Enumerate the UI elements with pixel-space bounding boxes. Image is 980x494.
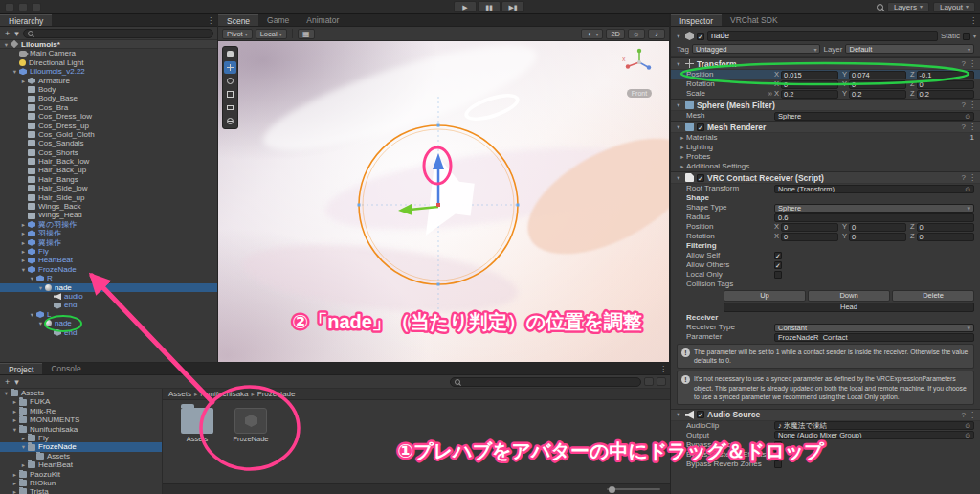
name-field[interactable]: nade (707, 31, 938, 41)
help-icon[interactable]: ? (962, 59, 966, 68)
services-icon[interactable] (32, 3, 41, 11)
expand-arrow-icon[interactable]: ▾ (28, 274, 36, 282)
mesh-renderer-component-header[interactable]: ▾ ✓ Mesh Renderer ? ⋮ (671, 121, 980, 133)
project-tree-item[interactable]: ▸ FUKA (0, 397, 162, 406)
pivot-toggle-button[interactable]: Pivot▾ (222, 29, 253, 39)
scale-link-icon[interactable]: ∞ (766, 89, 774, 99)
help-icon[interactable]: ? (962, 173, 966, 182)
expand-arrow-icon[interactable]: ▸ (19, 220, 28, 229)
project-tree-item[interactable]: ▸ Milk-Re (0, 407, 162, 415)
allow-others-checkbox[interactable]: ✓ (774, 261, 782, 269)
hierarchy-item[interactable]: ▸ 翼の羽操作 (0, 220, 217, 229)
project-tree-item[interactable]: Assets (0, 452, 162, 460)
breadcrumb-item[interactable]: Nunifuchisaka (200, 390, 248, 398)
expand-arrow-icon[interactable]: ▸ (19, 434, 28, 442)
active-checkbox[interactable]: ✓ (697, 33, 704, 40)
hierarchy-item[interactable]: Cos_Bra (0, 103, 217, 112)
hierarchy-item[interactable]: ▾ Liloumois_v2.22 (0, 67, 217, 76)
create-button[interactable]: + (4, 28, 11, 39)
create-button[interactable]: + (4, 376, 11, 388)
contact-position-z-field[interactable]: 0 (917, 223, 974, 232)
hierarchy-item[interactable]: ▸ 羽操作 (0, 229, 217, 237)
kebab-menu-icon[interactable]: ⋮ (969, 411, 976, 419)
contact-receiver-checkbox[interactable]: ✓ (697, 174, 704, 182)
scale-z-field[interactable]: 0.2 (917, 90, 974, 99)
project-tree-item[interactable]: ▸ HeartBeat (0, 460, 162, 469)
position-z-field[interactable]: -0.1 (917, 71, 974, 79)
rotation-x-field[interactable]: 0 (781, 80, 838, 89)
transform-component-header[interactable]: ▾ Transform ? ⋮ (671, 57, 980, 70)
expand-arrow-icon[interactable]: ▸ (19, 238, 28, 247)
axis-x-cap[interactable] (626, 64, 630, 68)
contact-position-x-field[interactable]: 0 (781, 223, 838, 232)
hierarchy-item[interactable]: end (0, 328, 217, 337)
move-tool-button[interactable] (224, 61, 236, 74)
slider-knob[interactable] (609, 486, 615, 493)
hierarchy-item[interactable]: Hair_Back_up (0, 166, 217, 174)
bypass-effects-checkbox[interactable] (774, 441, 782, 449)
expand-arrow-icon[interactable]: ▸ (11, 470, 19, 479)
layout-button[interactable]: Layout▾ (933, 2, 975, 12)
mesh-object-field[interactable]: Sphere⊙ (774, 112, 974, 121)
list-action-button[interactable]: Delete (892, 290, 974, 302)
hidden-packages-icon[interactable] (644, 377, 654, 386)
hierarchy-item[interactable]: Wings_Head (0, 211, 217, 219)
hierarchy-item[interactable]: Cos_Dress_up (0, 122, 217, 130)
transform-tool-button[interactable] (224, 115, 236, 127)
breadcrumb-item[interactable]: Assets (168, 390, 191, 398)
hierarchy-item[interactable]: Hair_Bangs (0, 175, 217, 184)
project-file[interactable]: Assets (174, 408, 220, 443)
contact-receiver-component-header[interactable]: ▾ ✓ VRC Contact Receiver (Script) ? ⋮ (671, 171, 980, 184)
scene-lighting-button[interactable]: ☼ (628, 29, 645, 39)
account-icon[interactable] (18, 3, 28, 11)
handle-orientation-button[interactable]: Local▾ (256, 29, 287, 39)
mesh-renderer-row[interactable]: ▸ Materials 1 (671, 133, 980, 143)
kebab-menu-icon[interactable]: ⋮ (204, 14, 217, 26)
chevron-down-icon[interactable]: ▾ (13, 376, 20, 388)
hand-tool-button[interactable] (224, 48, 236, 60)
tag-dropdown[interactable]: Untagged▾ (692, 44, 821, 54)
tab-hierarchy[interactable]: Hierarchy (0, 14, 52, 26)
hierarchy-item[interactable]: Cos_Shorts (0, 148, 217, 157)
project-tree-item[interactable]: ▸ MONUMENTS (0, 415, 162, 424)
expand-arrow-icon[interactable]: ▾ (36, 319, 45, 327)
kebab-menu-icon[interactable]: ⋮ (967, 14, 980, 26)
allow-self-checkbox[interactable]: ✓ (774, 252, 782, 259)
root-transform-field[interactable]: None (Transform)⊙ (774, 185, 974, 193)
shape-type-dropdown[interactable]: Sphere▾ (774, 204, 974, 213)
handle-left[interactable] (358, 204, 361, 207)
project-tree-item[interactable]: ▸ PaozuKit (0, 470, 162, 479)
hierarchy-item[interactable]: Cos_Sandals (0, 139, 217, 147)
hierarchy-item[interactable]: audio (0, 292, 217, 301)
expand-arrow-icon[interactable]: ▾ (36, 283, 45, 292)
scene-viewport[interactable]: x Front (218, 41, 669, 362)
expand-arrow-icon[interactable]: ▾ (28, 310, 36, 319)
foldout-icon[interactable]: ▾ (675, 411, 682, 418)
rotate-tool-button[interactable] (224, 75, 236, 87)
hierarchy-item[interactable]: ▾ R (0, 274, 217, 282)
hierarchy-item[interactable]: Hair_Side_up (0, 193, 217, 202)
expand-arrow-icon[interactable]: ▾ (11, 67, 19, 76)
expand-arrow-icon[interactable]: ▾ (2, 389, 11, 397)
audio-source-component-header[interactable]: ▾ ✓ Audio Source ? ⋮ (671, 409, 980, 421)
chevron-down-icon[interactable]: ▾ (13, 28, 20, 39)
tab-inspector[interactable]: Inspector (671, 14, 722, 26)
output-field[interactable]: None (Audio Mixer Group)⊙ (774, 431, 974, 439)
list-action-button[interactable]: Down (808, 290, 890, 302)
list-action-button[interactable]: Up (724, 290, 806, 302)
thumbnail-size-slider[interactable] (607, 488, 660, 490)
hierarchy-item[interactable]: Body (0, 85, 217, 94)
foldout-icon[interactable]: ▾ (675, 124, 682, 131)
handle-top[interactable] (437, 124, 440, 127)
expand-arrow-icon[interactable]: ▸ (19, 77, 28, 85)
scale-y-field[interactable]: 0.2 (849, 90, 906, 99)
expand-arrow-icon[interactable]: ▸ (11, 415, 19, 424)
parameter-field[interactable]: FrozeNadeR_Contact (774, 333, 974, 342)
expand-arrow-icon[interactable]: ▸ (11, 397, 19, 406)
hierarchy-item[interactable]: ▸ Fly (0, 247, 217, 256)
kebab-menu-icon[interactable]: ⋮ (657, 363, 670, 374)
help-icon[interactable]: ? (962, 411, 966, 419)
project-tree-item[interactable]: ▸ RIOkun (0, 479, 162, 487)
position-x-field[interactable]: 0.015 (781, 71, 838, 79)
hierarchy-item[interactable]: Directional Light (0, 58, 217, 67)
